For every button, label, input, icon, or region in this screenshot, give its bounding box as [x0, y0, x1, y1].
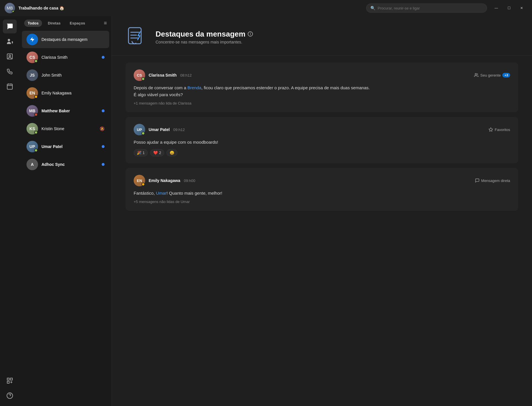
msg-sender-emily: Emily Nakagawa	[149, 178, 180, 183]
svg-rect-7	[7, 378, 9, 380]
sidebar-item-adhoc[interactable]: A Adhoc Sync	[22, 156, 109, 173]
sidebar-item-clarissa[interactable]: CS Clarissa Smith	[22, 49, 109, 66]
unread-badge-umar	[102, 145, 105, 148]
title-bar: MB Trabalhando de casa 🏠 🔍 — ☐ ✕	[0, 0, 532, 16]
msg-meta-emily: Emily Nakagawa 09:h00	[149, 178, 475, 183]
search-icon: 🔍	[370, 6, 375, 10]
msg-unread-emily: +5 mensagens não lidas de Umar	[134, 200, 510, 204]
sidebar-item-emily[interactable]: EN Emily Nakagawa	[22, 84, 109, 102]
avatar-clarissa: CS	[26, 52, 38, 63]
close-button[interactable]: ✕	[516, 3, 527, 13]
message-card-clarissa: CS Clarissa Smith 08:h12 Seu gerente +3 …	[126, 62, 518, 112]
online-status-dot	[12, 10, 15, 13]
message-card-emily: EN Emily Nakagawa 09:h00 Mensagem direta…	[126, 168, 518, 211]
reaction-party[interactable]: 🎉 1	[134, 149, 148, 156]
sidebar-item-matthew[interactable]: MB Matthew Baker	[22, 102, 109, 119]
nav-contacts[interactable]	[3, 50, 17, 63]
tag-badge-clarissa: +3	[502, 73, 510, 77]
umar-msg-presence	[141, 132, 145, 135]
presence-online	[34, 59, 38, 63]
msg-body-clarissa: Depois de conversar com a Brenda, ficou …	[134, 84, 510, 98]
svg-point-0	[8, 39, 10, 41]
clarissa-msg-presence	[141, 77, 145, 81]
reaction-smile[interactable]: 😄	[166, 149, 177, 156]
presence-away	[34, 95, 38, 98]
nav-help[interactable]	[3, 389, 17, 403]
avatar-emily: EN	[26, 87, 38, 99]
tag-label-clarissa: Seu gerente	[480, 73, 501, 77]
main-content: Destaques da mensagem i Concentre-se nas…	[112, 16, 532, 406]
msg-reactions-umar: 🎉 1 ❤️ 2 😄	[134, 149, 510, 156]
main-layout: Todos Diretas Espaços ≡ Destaques da men…	[0, 16, 532, 406]
item-name: Destaques da mensagem	[41, 37, 105, 42]
msg-avatar-umar: UP	[134, 124, 145, 135]
sidebar-list: Destaques da mensagem CS Clarissa Smith …	[20, 30, 111, 406]
nav-chat[interactable]	[3, 20, 17, 33]
msg-meta-clarissa: Clarissa Smith 08:h12	[149, 73, 474, 78]
msg-meta-umar: Umar Patel 09:h12	[149, 127, 489, 132]
info-icon[interactable]: i	[248, 31, 253, 37]
msg-tag-emily: Mensagem direta	[475, 178, 510, 183]
sidebar-item-destaques[interactable]: Destaques da mensagem	[22, 31, 109, 48]
avatar-matthew: MB	[26, 105, 38, 117]
sidebar-header: Todos Diretas Espaços ≡	[20, 16, 111, 30]
presence-online-umar	[34, 149, 38, 152]
item-content-clarissa: Clarissa Smith	[41, 55, 98, 60]
maximize-button[interactable]: ☐	[503, 3, 515, 13]
search-bar[interactable]: 🔍	[366, 3, 487, 13]
svg-rect-8	[10, 378, 12, 380]
filter-diretas[interactable]: Diretas	[44, 20, 64, 27]
sidebar: Todos Diretas Espaços ≡ Destaques da men…	[20, 16, 112, 406]
page-title: Destaques da mensagem i	[156, 30, 253, 39]
emily-msg-presence	[141, 183, 145, 186]
mention-brenda: Brenda	[188, 85, 201, 90]
minimize-button[interactable]: —	[491, 3, 502, 13]
content-header: Destaques da mensagem i Concentre-se nas…	[112, 16, 532, 56]
nav-calendar[interactable]	[3, 79, 17, 93]
user-avatar[interactable]: MB	[5, 3, 15, 13]
msg-unread-clarissa: +1 mensagem não lida de Clarissa	[134, 101, 510, 105]
nav-people[interactable]	[3, 35, 17, 48]
avatar-umar: UP	[26, 141, 38, 152]
search-input[interactable]	[378, 6, 483, 10]
nav-calls[interactable]	[3, 64, 17, 78]
umar-name: Umar Patel	[41, 144, 98, 149]
reaction-heart[interactable]: ❤️ 2	[150, 149, 164, 156]
unread-badge-matthew	[102, 109, 105, 112]
unread-badge-clarissa	[102, 56, 105, 59]
filter-todos[interactable]: Todos	[24, 20, 42, 27]
icon-rail	[0, 16, 20, 406]
filter-espacos[interactable]: Espaços	[66, 20, 88, 27]
tag-label-emily: Mensagem direta	[481, 179, 510, 183]
svg-marker-16	[489, 128, 493, 131]
message-header-emily: EN Emily Nakagawa 09:h00 Mensagem direta	[134, 175, 510, 186]
lightning-icon	[26, 34, 38, 45]
msg-avatar-emily: EN	[134, 175, 145, 186]
msg-tag-clarissa: Seu gerente +3	[474, 73, 510, 77]
svg-rect-9	[7, 381, 9, 383]
sidebar-item-kristin[interactable]: KS Kristin Stone 🔕	[22, 120, 109, 137]
message-header-umar: UP Umar Patel 09:h12 Favoritos	[134, 124, 510, 135]
sidebar-item-umar[interactable]: UP Umar Patel	[22, 138, 109, 155]
tag-label-umar: Favoritos	[495, 128, 510, 132]
window-controls: — ☐ ✕	[491, 3, 527, 13]
msg-body-emily: Fantástico, Umar! Quanto mais gente, mel…	[134, 190, 510, 197]
avatar-john: JS	[26, 69, 38, 81]
destaques-icon	[126, 25, 149, 48]
avatar-kristin: KS	[26, 123, 38, 134]
emily-name: Emily Nakagawa	[41, 91, 105, 95]
matthew-name: Matthew Baker	[41, 109, 98, 113]
msg-tag-umar: Favoritos	[489, 127, 510, 132]
nav-apps[interactable]	[3, 374, 17, 388]
msg-avatar-clarissa: CS	[134, 69, 145, 81]
item-content-umar: Umar Patel	[41, 144, 98, 149]
header-subtitle: Concentre-se nas mensagens mais importan…	[156, 40, 253, 44]
msg-sender-clarissa: Clarissa Smith	[149, 73, 177, 77]
svg-rect-3	[7, 84, 12, 89]
adhoc-name: Adhoc Sync	[41, 162, 98, 167]
filter-menu-button[interactable]: ≡	[104, 20, 107, 26]
item-content-emily: Emily Nakagawa	[41, 91, 105, 95]
sidebar-item-john[interactable]: JS John Smith	[22, 67, 109, 84]
message-header-clarissa: CS Clarissa Smith 08:h12 Seu gerente +3	[134, 69, 510, 81]
avatar-adhoc: A	[26, 159, 38, 170]
